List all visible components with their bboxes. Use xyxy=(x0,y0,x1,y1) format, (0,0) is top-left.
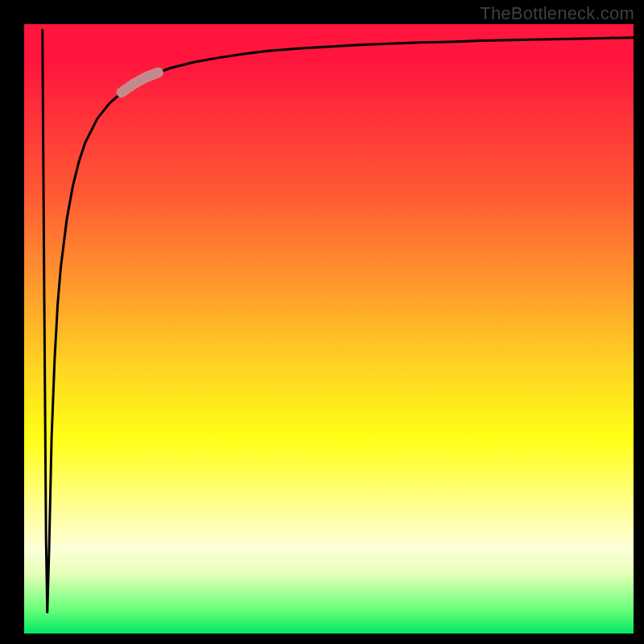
chart-stage: TheBottleneck.com xyxy=(0,0,644,644)
curve-svg xyxy=(24,24,634,634)
plot-area xyxy=(24,24,634,634)
bottleneck-curve xyxy=(43,31,634,613)
highlight-segment xyxy=(122,72,158,93)
watermark-text: TheBottleneck.com xyxy=(480,3,634,24)
